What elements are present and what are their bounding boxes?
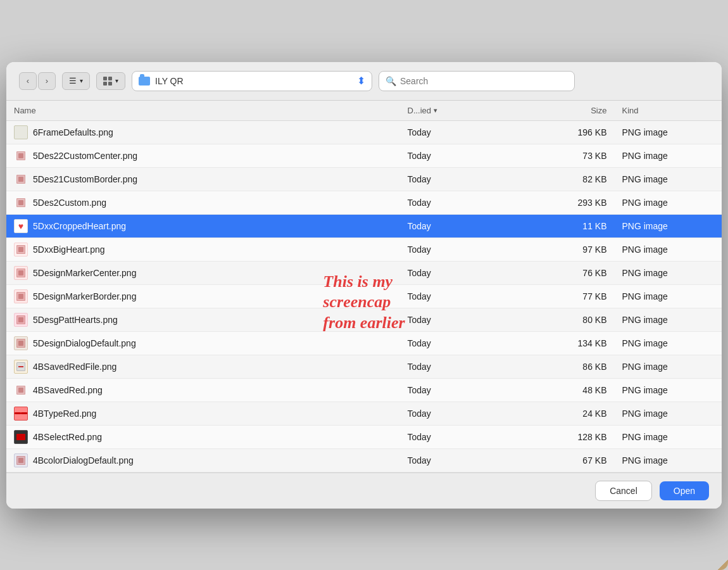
table-row[interactable]: 4BSelectRed.png Today 128 KB PNG image: [6, 425, 722, 448]
file-name-cell: 4BSelectRed.png: [6, 425, 400, 448]
file-name: 5Des2Custom.png: [33, 198, 106, 208]
grid-icon: [103, 77, 112, 86]
column-name[interactable]: Name: [6, 101, 400, 121]
file-thumbnail: [14, 336, 28, 350]
file-date: Today: [400, 261, 529, 284]
table-row[interactable]: 5DxxBigHeart.png Today 97 KB PNG image: [6, 238, 722, 261]
file-date: Today: [400, 238, 529, 261]
column-date[interactable]: D...ied ▾: [400, 101, 529, 121]
open-button[interactable]: Open: [660, 481, 709, 500]
grid-view-dropdown-arrow: ▾: [115, 77, 118, 84]
search-bar[interactable]: 🔍: [379, 71, 575, 91]
file-kind: PNG image: [614, 355, 722, 378]
nav-group: ‹ ›: [19, 72, 56, 90]
file-kind: PNG image: [614, 214, 722, 238]
table-row[interactable]: 4BSavedRed.png Today 48 KB PNG image: [6, 378, 722, 402]
file-date: Today: [400, 331, 529, 355]
file-kind: PNG image: [614, 308, 722, 331]
file-name: 6FrameDefaults.png: [33, 127, 113, 137]
file-size: 76 KB: [529, 261, 615, 284]
table-row[interactable]: 4BTypeRed.png Today 24 KB PNG image: [6, 402, 722, 425]
file-list-container: Name D...ied ▾ Size Kind: [6, 101, 722, 472]
column-kind[interactable]: Kind: [614, 101, 722, 121]
cancel-button[interactable]: Cancel: [595, 481, 652, 501]
file-name-cell: 5DxxBigHeart.png: [6, 238, 400, 261]
table-row[interactable]: 5DesignMarkerCenter.png Today 76 KB PNG …: [6, 261, 722, 284]
file-kind: PNG image: [614, 238, 722, 261]
file-name-cell: ♥ 5DxxCroppedHeart.png: [6, 214, 400, 238]
file-thumbnail: [14, 383, 28, 397]
back-icon: ‹: [27, 76, 29, 86]
file-name: 5DxxCroppedHeart.png: [33, 221, 126, 231]
file-name-cell: 5DesignMarkerCenter.png: [6, 261, 400, 284]
forward-button[interactable]: ›: [38, 72, 56, 90]
file-name: 4BSavedRedFile.png: [33, 362, 116, 372]
file-date: Today: [400, 448, 529, 472]
footer: Cancel Open: [6, 472, 722, 509]
file-size: 77 KB: [529, 284, 615, 308]
content-area: This is my screencap from earlier Name D…: [6, 101, 722, 472]
file-name-cell: 5DesignMarkerBorder.png: [6, 284, 400, 308]
table-row[interactable]: 5DesignDialogDefault.png Today 134 KB PN…: [6, 331, 722, 355]
file-name-cell: 6FrameDefaults.png: [6, 120, 400, 144]
file-date: Today: [400, 144, 529, 167]
grid-view-button[interactable]: ▾: [96, 72, 125, 90]
file-name-cell: 5DesignDialogDefault.png: [6, 331, 400, 355]
table-row[interactable]: 5Des2Custom.png Today 293 KB PNG image: [6, 191, 722, 214]
toolbar: ‹ › ☰ ▾ ▾ ILY QR ⬍ 🔍: [6, 62, 722, 101]
file-kind: PNG image: [614, 425, 722, 448]
file-thumbnail: [14, 430, 28, 444]
file-size: 80 KB: [529, 308, 615, 331]
file-thumbnail: [14, 407, 28, 421]
table-row[interactable]: 5DesignMarkerBorder.png Today 77 KB PNG …: [6, 284, 722, 308]
file-name-cell: 4BTypeRed.png: [6, 402, 400, 425]
table-row[interactable]: 4BcolorDialogDefault.png Today 67 KB PNG…: [6, 448, 722, 472]
file-name: 5DesignMarkerBorder.png: [33, 291, 136, 301]
file-name: 4BcolorDialogDefault.png: [33, 455, 134, 466]
list-view-dropdown-arrow: ▾: [80, 77, 83, 84]
file-name: 4BSavedRed.png: [33, 385, 103, 395]
location-bar[interactable]: ILY QR ⬍: [132, 71, 372, 91]
file-thumbnail: [14, 360, 28, 374]
file-date: Today: [400, 402, 529, 425]
file-name: 5DxxBigHeart.png: [33, 244, 105, 255]
file-name: 5Des21CustomBorder.png: [33, 174, 137, 184]
file-date: Today: [400, 355, 529, 378]
sort-arrow-icon: ▾: [434, 106, 437, 115]
column-size[interactable]: Size: [529, 101, 615, 121]
table-row[interactable]: 5Des22CustomCenter.png Today 73 KB PNG i…: [6, 144, 722, 167]
file-date: Today: [400, 167, 529, 191]
file-name-cell: 5Des2Custom.png: [6, 191, 400, 214]
table-row[interactable]: 5Des21CustomBorder.png Today 82 KB PNG i…: [6, 167, 722, 191]
back-button[interactable]: ‹: [19, 72, 37, 90]
location-arrows-icon[interactable]: ⬍: [357, 75, 365, 87]
file-date: Today: [400, 425, 529, 448]
table-row[interactable]: ♥ 5DxxCroppedHeart.png Today 11 KB PNG i…: [6, 214, 722, 238]
file-size: 82 KB: [529, 167, 615, 191]
file-name-cell: 5Des21CustomBorder.png: [6, 167, 400, 191]
file-kind: PNG image: [614, 378, 722, 402]
location-text: ILY QR: [155, 76, 352, 86]
table-row[interactable]: 4BSavedRedFile.png Today 86 KB PNG image: [6, 355, 722, 378]
file-name-cell: 4BSavedRedFile.png: [6, 355, 400, 378]
file-thumbnail: ♥: [14, 219, 28, 233]
file-name: 4BSelectRed.png: [33, 432, 102, 442]
file-kind: PNG image: [614, 284, 722, 308]
file-name: 5DesignDialogDefault.png: [33, 338, 136, 348]
list-view-button[interactable]: ☰ ▾: [62, 72, 90, 90]
search-input[interactable]: [400, 76, 568, 86]
file-date: Today: [400, 191, 529, 214]
search-icon: 🔍: [386, 76, 396, 86]
table-header: Name D...ied ▾ Size Kind: [6, 101, 722, 121]
file-kind: PNG image: [614, 331, 722, 355]
file-size: 134 KB: [529, 331, 615, 355]
file-size: 67 KB: [529, 448, 615, 472]
file-thumbnail: [14, 289, 28, 303]
list-icon: ☰: [69, 76, 77, 86]
file-kind: PNG image: [614, 261, 722, 284]
file-name: 5DesgPattHearts.png: [33, 315, 118, 325]
file-open-dialog: ‹ › ☰ ▾ ▾ ILY QR ⬍ 🔍: [6, 62, 722, 509]
file-name-cell: 4BcolorDialogDefault.png: [6, 448, 400, 472]
table-row[interactable]: 5DesgPattHearts.png Today 80 KB PNG imag…: [6, 308, 722, 331]
table-row[interactable]: 6FrameDefaults.png Today 196 KB PNG imag…: [6, 120, 722, 144]
